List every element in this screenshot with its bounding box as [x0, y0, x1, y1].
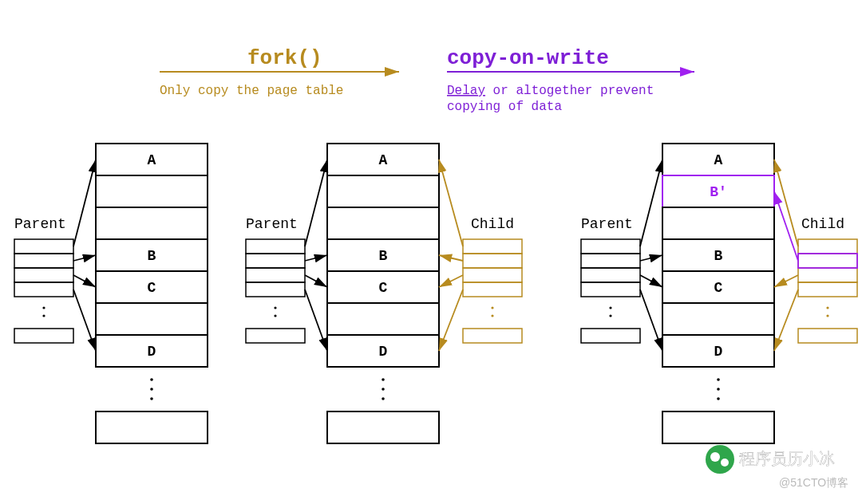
pointer-arrow [305, 275, 327, 287]
ellipsis-dot [717, 388, 720, 391]
process-slot [798, 268, 857, 282]
ellipsis-dot [491, 314, 493, 317]
ellipsis-dot [274, 314, 276, 317]
pointer-arrow [73, 255, 96, 261]
ellipsis-dot [609, 314, 611, 317]
ellipsis-dot [274, 306, 276, 309]
page-label: B [714, 248, 723, 264]
svg-point-0 [710, 452, 720, 462]
process-slot [463, 239, 522, 254]
svg-point-1 [721, 459, 729, 467]
memory-page [96, 411, 208, 443]
process-slot [246, 268, 305, 282]
cow-caption: Delay or altogether preventcopying of da… [447, 84, 654, 114]
memory-page [327, 207, 439, 239]
pointer-arrow [439, 289, 463, 351]
ellipsis-dot [382, 388, 385, 391]
process-slot [14, 282, 73, 297]
ellipsis-dot [150, 388, 153, 391]
process-slot [246, 239, 305, 254]
ellipsis-dot [717, 397, 720, 400]
page-label: D [714, 344, 723, 360]
pointer-arrow [73, 159, 96, 246]
process-label: Parent [581, 216, 633, 232]
process-slot [581, 254, 640, 268]
memory-page [96, 303, 208, 335]
pointer-arrow [305, 289, 327, 351]
process-slot [581, 268, 640, 282]
ellipsis-dot [717, 378, 720, 381]
memory-page [96, 175, 208, 207]
page-label: A [379, 152, 388, 168]
process-slot [463, 282, 522, 297]
page-label: B [148, 248, 156, 264]
pointer-arrow [73, 289, 96, 351]
wechat-icon [706, 445, 734, 474]
process-slot [14, 254, 73, 268]
pointer-arrow [439, 255, 463, 261]
process-slot [798, 239, 857, 254]
process-label: Parent [14, 216, 66, 232]
pointer-arrow [640, 275, 662, 287]
pointer-arrow [439, 159, 463, 246]
memory-page [662, 303, 774, 335]
ellipsis-dot [826, 314, 828, 317]
page-label: B [379, 248, 388, 264]
process-slot [581, 329, 640, 343]
ellipsis-dot [42, 306, 45, 309]
ellipsis-dot [382, 378, 385, 381]
ellipsis-dot [42, 314, 45, 317]
ellipsis-dot [826, 306, 828, 309]
fork-caption: Only copy the page table [160, 84, 343, 98]
page-label: C [148, 280, 156, 296]
memory-page [662, 207, 774, 239]
process-slot [14, 329, 73, 343]
process-slot [246, 329, 305, 343]
process-slot [463, 268, 522, 282]
memory-page [327, 175, 439, 207]
ellipsis-dot [150, 397, 153, 400]
process-slot [798, 282, 857, 297]
memory-page [327, 303, 439, 335]
process-slot [798, 329, 857, 343]
ellipsis-dot [609, 306, 611, 309]
process-slot [14, 239, 73, 254]
watermark-brand: 程序员历小冰 [739, 450, 835, 467]
watermark-site: @51CTO博客 [779, 476, 848, 489]
diagram-canvas: fork()Only copy the page tablecopy-on-wr… [0, 0, 862, 504]
memory-page [327, 411, 439, 443]
page-label: A [714, 152, 723, 168]
memory-page [662, 411, 774, 443]
pointer-arrow [305, 255, 327, 261]
process-slot [246, 282, 305, 297]
process-label: Parent [246, 216, 298, 232]
process-slot [246, 254, 305, 268]
fork-title: fork() [247, 46, 322, 70]
process-slot [463, 329, 522, 343]
child-cow-slot [798, 254, 857, 268]
page-label: D [148, 344, 156, 360]
pointer-arrow [640, 159, 662, 246]
process-slot [14, 268, 73, 282]
process-label: Child [801, 216, 844, 232]
process-slot [798, 254, 857, 268]
process-slot [463, 254, 522, 268]
pointer-arrow [774, 289, 798, 351]
page-label: C [714, 280, 723, 296]
pointer-arrow [774, 275, 798, 287]
pointer-arrow [640, 289, 662, 351]
process-slot [581, 239, 640, 254]
pointer-arrow [305, 159, 327, 246]
cow-title: copy-on-write [447, 46, 609, 70]
pointer-arrow [73, 275, 96, 287]
page-label: C [379, 280, 388, 296]
memory-page [96, 207, 208, 239]
page-label: A [148, 152, 156, 168]
ellipsis-dot [491, 306, 493, 309]
pointer-arrow [439, 275, 463, 287]
process-slot [581, 282, 640, 297]
page-label: B' [710, 184, 727, 200]
ellipsis-dot [382, 397, 385, 400]
ellipsis-dot [150, 378, 153, 381]
pointer-arrow [640, 255, 662, 261]
